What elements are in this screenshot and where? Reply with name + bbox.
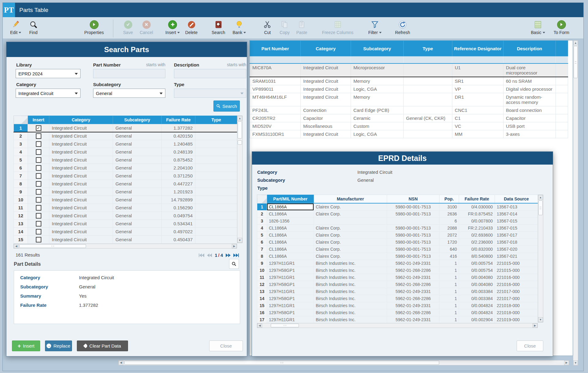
search-result-row[interactable]: 7Integrated CircuitGeneral0.371250 <box>14 172 237 180</box>
column-header[interactable]: Category <box>301 41 351 56</box>
part-mil-cell[interactable]: CL1866A <box>267 238 314 245</box>
row-number[interactable]: 13 <box>14 220 28 228</box>
search-result-row[interactable]: 5Integrated CircuitGeneral0.875452 <box>14 156 237 164</box>
column-header[interactable]: Failure Rate <box>162 116 195 124</box>
eprd-horizontal-scrollbar[interactable]: ◀ ▶ <box>257 323 538 328</box>
subcategory-select[interactable]: General <box>93 89 165 98</box>
row-number[interactable]: 13 <box>257 288 267 295</box>
search-result-row[interactable]: 10Integrated CircuitGeneral14.792899 <box>14 196 237 204</box>
row-number[interactable]: 8 <box>257 253 267 260</box>
app-horizontal-scrollbar[interactable]: ◀ ▶ <box>118 360 569 365</box>
toolbar-properties-button[interactable]: Properties <box>84 20 104 35</box>
toolbar-filter-button[interactable]: Filter <box>368 20 382 35</box>
row-number[interactable]: 8 <box>14 180 28 188</box>
eprd-row[interactable]: 31826-135660/0.00780013567-015 <box>257 217 538 224</box>
row-number[interactable]: 14 <box>257 295 267 302</box>
eprd-row[interactable]: 151297H11GR1Birsch Industries Inc.5962-0… <box>257 302 538 309</box>
part-mil-cell[interactable]: 1297H58GP1 <box>267 267 314 274</box>
toolbar-delete-button[interactable]: Delete <box>185 20 198 35</box>
row-number[interactable]: 15 <box>14 236 28 244</box>
insert-checkbox[interactable] <box>36 133 41 139</box>
scroll-left-icon[interactable]: ◀ <box>257 323 262 328</box>
row-number[interactable]: 17 <box>257 316 267 323</box>
row-number[interactable]: 6 <box>14 164 28 172</box>
column-header[interactable]: Type <box>195 116 237 124</box>
column-header[interactable]: Part/MIL Number <box>267 195 314 204</box>
scroll-up-icon[interactable]: ▲ <box>573 40 578 45</box>
table-row[interactable]: SRAM1031Integrated CircuitMemorySR160 ns… <box>250 77 568 85</box>
part-mil-cell[interactable]: CL1866A <box>267 203 314 210</box>
scroll-down-icon[interactable]: ▼ <box>237 238 242 243</box>
column-header[interactable]: Manufacturer <box>314 195 387 204</box>
category-select[interactable]: Integrated Circuit <box>16 89 81 98</box>
insert-checkbox[interactable] <box>36 165 41 171</box>
part-mil-cell[interactable]: 1297H58GP1 <box>267 309 314 316</box>
search-result-row[interactable]: 13Integrated CircuitGeneral0.534341 <box>14 220 237 228</box>
eprd-row[interactable]: 161297H58GP1Birsch Industries Inc.5962-0… <box>257 309 538 316</box>
row-number[interactable]: 7 <box>257 245 267 253</box>
type-select[interactable] <box>174 89 246 98</box>
insert-checkbox[interactable] <box>36 213 41 219</box>
column-header[interactable]: Type <box>404 41 452 56</box>
column-header[interactable]: Failure Rate <box>459 195 495 204</box>
scroll-grip[interactable] <box>238 140 242 145</box>
row-number[interactable]: 10 <box>257 267 267 274</box>
part-mil-cell[interactable]: 1297H58GP1 <box>267 281 314 288</box>
search-result-row[interactable]: 8Integrated CircuitGeneral0.447227 <box>14 180 237 188</box>
part-mil-cell[interactable]: CL1866A <box>267 245 314 253</box>
row-number[interactable]: 11 <box>257 274 267 281</box>
scroll-left-icon[interactable]: ◀ <box>14 244 19 248</box>
column-header[interactable]: Subcategory <box>351 41 404 56</box>
search-result-row[interactable]: 4Integrated CircuitGeneral0.248139 <box>14 148 237 156</box>
column-header[interactable]: Data Source <box>495 195 538 204</box>
eprd-row[interactable]: 1CL1866AClairex Corp.5980-00-001-7513310… <box>257 203 538 210</box>
eprd-row[interactable]: 91297H11GR1Birsch Industries Inc.5962-01… <box>257 260 538 267</box>
row-number[interactable]: 10 <box>14 196 28 204</box>
scroll-down-icon[interactable]: ▼ <box>538 317 543 322</box>
eprd-row[interactable]: 131297H11GR1Birsch Industries Inc.5962-0… <box>257 288 538 295</box>
eprd-row[interactable]: 6CL1866AClairex Corp.5980-00-001-7513172… <box>257 238 538 245</box>
row-number[interactable]: 5 <box>14 156 28 164</box>
part-mil-cell[interactable]: 1826-1356 <box>267 217 314 224</box>
scroll-up-icon[interactable]: ▲ <box>538 195 543 200</box>
row-number[interactable]: 3 <box>14 140 28 148</box>
part-mil-cell[interactable]: CL1866A <box>267 231 314 238</box>
table-row[interactable]: MID520VMiscellaneousCustomVCUSB port <box>250 122 568 130</box>
column-header[interactable]: Part Number <box>250 41 301 56</box>
toolbar-cut-button[interactable]: Cut <box>261 20 274 35</box>
row-number[interactable]: 6 <box>257 238 267 245</box>
column-header[interactable]: Pop. <box>439 195 459 204</box>
row-number[interactable]: 12 <box>14 212 28 220</box>
filter-row[interactable] <box>250 56 568 64</box>
scroll-left-icon[interactable]: ◀ <box>119 360 123 365</box>
row-number[interactable]: 3 <box>257 217 267 224</box>
table-row[interactable]: CR205TR2CapacitorCeramicGeneral (CK, CKR… <box>250 114 568 122</box>
row-number[interactable]: 2 <box>14 132 28 140</box>
search-button[interactable]: Search <box>213 101 240 112</box>
insert-checkbox[interactable] <box>36 221 41 226</box>
insert-checkbox[interactable] <box>36 229 41 234</box>
row-number[interactable]: 4 <box>257 224 267 231</box>
insert-checkbox[interactable] <box>36 205 41 211</box>
part-mil-cell[interactable]: CL1866A <box>267 253 314 260</box>
next-page-icon[interactable] <box>226 253 231 257</box>
row-number[interactable]: 9 <box>257 260 267 267</box>
insert-checkbox[interactable] <box>36 141 41 147</box>
scroll-thumb[interactable] <box>238 121 242 139</box>
eprd-row[interactable]: 8CL1866AClairex Corp.5980-00-001-7513416… <box>257 253 538 260</box>
scroll-thumb[interactable] <box>271 324 299 327</box>
table-row[interactable]: PF243LConnectionCard Edge (PCB)CNC1Board… <box>250 106 568 114</box>
search-result-row[interactable]: 11Integrated CircuitGeneral0.156290 <box>14 204 237 212</box>
search-result-row[interactable]: 2Integrated CircuitGeneral0.420150 <box>14 132 237 140</box>
toolbar-to-form-button[interactable]: To Form <box>554 20 569 35</box>
search-result-row[interactable]: 1✓Integrated CircuitGeneral1.377282 <box>14 124 237 132</box>
eprd-row[interactable]: 101297H58GP1Birsch Industries Inc.5962-0… <box>257 267 538 274</box>
results-horizontal-scrollbar[interactable]: ◀ ▶ <box>13 244 237 249</box>
part-number-input[interactable] <box>93 69 165 78</box>
scroll-thumb[interactable] <box>574 46 578 78</box>
toolbar-insert-button[interactable]: Insert <box>165 20 180 35</box>
part-mil-cell[interactable]: 1297H11GR1 <box>267 288 314 295</box>
search-result-row[interactable]: 12Integrated CircuitGeneral0.049754 <box>14 212 237 220</box>
search-result-row[interactable]: 9Integrated CircuitGeneral1.201923 <box>14 188 237 196</box>
search-result-row[interactable]: 14Integrated CircuitGeneral0.497022 <box>14 228 237 236</box>
